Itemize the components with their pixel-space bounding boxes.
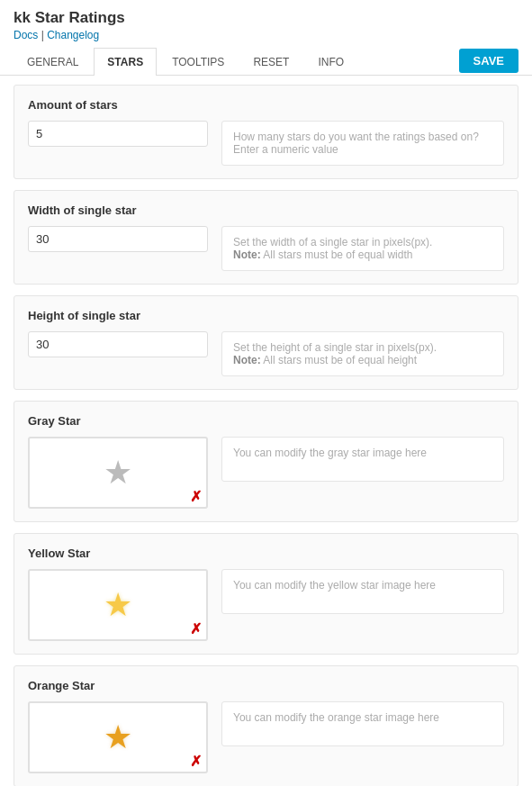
tab-general[interactable]: GENERAL (14, 48, 92, 76)
tab-reset[interactable]: RESET (239, 48, 302, 76)
orange-star-image-box[interactable]: ★ ✗ (28, 701, 208, 773)
amount-stars-input[interactable] (28, 121, 208, 147)
gray-star-remove-button[interactable]: ✗ (188, 489, 203, 503)
amount-stars-input-col (28, 121, 208, 147)
width-star-desc: Set the width of a single star in pixels… (221, 226, 504, 271)
width-star-title: Width of single star (28, 203, 504, 217)
gray-star-title: Gray Star (28, 414, 504, 428)
content-area: Amount of stars How many stars do you wa… (0, 76, 532, 786)
height-star-title: Height of single star (28, 309, 504, 322)
height-star-input-col (28, 331, 208, 357)
section-amount-stars: Amount of stars How many stars do you wa… (14, 85, 518, 179)
header-links: Docs | Changelog (14, 29, 518, 41)
yellow-star-title: Yellow Star (28, 547, 504, 560)
tab-info[interactable]: INFO (304, 48, 357, 76)
changelog-link[interactable]: Changelog (47, 29, 99, 41)
yellow-star-desc: You can modify the yellow star image her… (221, 569, 504, 614)
orange-star-icon: ★ (104, 721, 132, 754)
width-star-input[interactable] (28, 226, 208, 252)
save-button[interactable]: SAVE (459, 49, 518, 73)
section-height-star: Height of single star Set the height of … (14, 295, 518, 390)
section-width-star: Width of single star Set the width of a … (14, 190, 518, 285)
section-orange-star: Orange Star ★ ✗ You can modify the orang… (14, 665, 518, 786)
orange-star-title: Orange Star (28, 679, 504, 692)
gray-star-remove-icon: ✗ (190, 488, 202, 505)
width-star-input-col (28, 226, 208, 252)
yellow-star-image-box[interactable]: ★ ✗ (28, 569, 208, 641)
height-star-input[interactable] (28, 331, 208, 357)
header: kk Star Ratings Docs | Changelog (0, 0, 532, 41)
orange-star-remove-icon: ✗ (190, 753, 202, 770)
amount-stars-title: Amount of stars (28, 98, 504, 112)
gray-star-image-col: ★ ✗ (28, 437, 208, 509)
orange-star-remove-button[interactable]: ✗ (188, 754, 203, 768)
app-title: kk Star Ratings (14, 9, 518, 27)
nav-tabs: GENERAL STARS TOOLTIPS RESET INFO SAVE (0, 47, 532, 76)
height-star-desc: Set the height of a single star in pixel… (221, 331, 504, 376)
gray-star-image-box[interactable]: ★ ✗ (28, 437, 208, 509)
tab-tooltips[interactable]: TOOLTIPS (158, 48, 238, 76)
orange-star-image-col: ★ ✗ (28, 701, 208, 773)
gray-star-desc: You can modify the gray star image here (221, 437, 504, 482)
orange-star-desc: You can modify the orange star image her… (221, 701, 504, 746)
yellow-star-remove-button[interactable]: ✗ (188, 621, 203, 636)
tab-stars[interactable]: STARS (94, 48, 157, 76)
yellow-star-remove-icon: ✗ (190, 620, 202, 637)
gray-star-icon: ★ (104, 456, 132, 489)
section-yellow-star: Yellow Star ★ ✗ You can modify the yello… (14, 533, 518, 655)
yellow-star-icon: ★ (104, 589, 132, 621)
docs-link[interactable]: Docs (14, 29, 38, 41)
section-gray-star: Gray Star ★ ✗ You can modify the gray st… (14, 401, 518, 522)
yellow-star-image-col: ★ ✗ (28, 569, 208, 641)
amount-stars-desc: How many stars do you want the ratings b… (221, 121, 504, 166)
